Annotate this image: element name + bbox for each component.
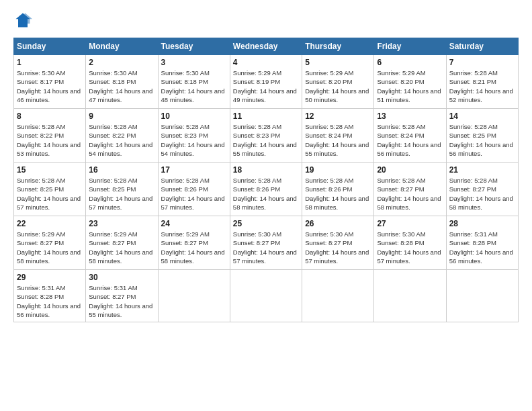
day-number: 5 — [305, 58, 371, 67]
weekday-thursday: Thursday — [302, 38, 374, 55]
day-number: 25 — [233, 219, 299, 228]
day-number: 29 — [17, 273, 83, 282]
calendar-cell: 23Sunrise: 5:29 AMSunset: 8:27 PMDayligh… — [86, 216, 158, 270]
calendar-body: 1Sunrise: 5:30 AMSunset: 8:17 PMDaylight… — [14, 55, 519, 322]
day-number: 24 — [161, 219, 227, 228]
day-info: Sunrise: 5:29 AMSunset: 8:20 PMDaylight:… — [377, 68, 443, 104]
day-number: 28 — [449, 219, 515, 228]
day-info: Sunrise: 5:31 AMSunset: 8:28 PMDaylight:… — [449, 230, 515, 265]
calendar-cell — [302, 270, 374, 322]
day-info: Sunrise: 5:30 AMSunset: 8:18 PMDaylight:… — [161, 68, 227, 104]
page: SundayMondayTuesdayWednesdayThursdayFrid… — [0, 0, 532, 411]
day-info: Sunrise: 5:28 AMSunset: 8:25 PMDaylight:… — [89, 176, 154, 212]
calendar-cell: 7Sunrise: 5:28 AMSunset: 8:21 PMDaylight… — [446, 55, 518, 109]
day-info: Sunrise: 5:28 AMSunset: 8:25 PMDaylight:… — [17, 176, 83, 212]
calendar-cell: 21Sunrise: 5:28 AMSunset: 8:27 PMDayligh… — [446, 163, 518, 216]
calendar-cell: 30Sunrise: 5:31 AMSunset: 8:27 PMDayligh… — [86, 270, 158, 322]
day-info: Sunrise: 5:28 AMSunset: 8:22 PMDaylight:… — [17, 122, 83, 158]
day-info: Sunrise: 5:29 AMSunset: 8:19 PMDaylight:… — [233, 68, 299, 104]
calendar-cell: 18Sunrise: 5:28 AMSunset: 8:26 PMDayligh… — [230, 163, 302, 216]
weekday-sunday: Sunday — [14, 38, 86, 55]
day-number: 22 — [17, 219, 83, 228]
calendar-cell: 16Sunrise: 5:28 AMSunset: 8:25 PMDayligh… — [86, 163, 158, 216]
day-info: Sunrise: 5:31 AMSunset: 8:27 PMDaylight:… — [89, 283, 154, 319]
calendar-cell: 9Sunrise: 5:28 AMSunset: 8:22 PMDaylight… — [86, 109, 158, 163]
day-info: Sunrise: 5:30 AMSunset: 8:27 PMDaylight:… — [233, 230, 299, 265]
day-number: 12 — [305, 111, 371, 121]
calendar-cell: 3Sunrise: 5:30 AMSunset: 8:18 PMDaylight… — [158, 55, 230, 109]
day-info: Sunrise: 5:30 AMSunset: 8:28 PMDaylight:… — [377, 230, 443, 265]
day-number: 15 — [17, 165, 83, 175]
logo-icon — [13, 11, 32, 30]
weekday-saturday: Saturday — [446, 38, 518, 55]
day-number: 10 — [161, 111, 227, 121]
day-number: 7 — [449, 58, 515, 67]
calendar-cell: 4Sunrise: 5:29 AMSunset: 8:19 PMDaylight… — [230, 55, 302, 109]
calendar-cell: 2Sunrise: 5:30 AMSunset: 8:18 PMDaylight… — [86, 55, 158, 109]
day-number: 2 — [89, 58, 154, 67]
calendar-cell: 17Sunrise: 5:28 AMSunset: 8:26 PMDayligh… — [158, 163, 230, 216]
calendar-cell: 10Sunrise: 5:28 AMSunset: 8:23 PMDayligh… — [158, 109, 230, 163]
weekday-header-row: SundayMondayTuesdayWednesdayThursdayFrid… — [14, 38, 519, 55]
day-info: Sunrise: 5:28 AMSunset: 8:27 PMDaylight:… — [377, 176, 443, 212]
day-info: Sunrise: 5:28 AMSunset: 8:22 PMDaylight:… — [89, 122, 154, 158]
day-info: Sunrise: 5:30 AMSunset: 8:17 PMDaylight:… — [17, 68, 83, 104]
calendar-table: SundayMondayTuesdayWednesdayThursdayFrid… — [13, 38, 519, 322]
day-number: 9 — [89, 111, 154, 121]
day-info: Sunrise: 5:29 AMSunset: 8:27 PMDaylight:… — [89, 230, 154, 265]
day-info: Sunrise: 5:28 AMSunset: 8:21 PMDaylight:… — [449, 68, 515, 104]
day-info: Sunrise: 5:28 AMSunset: 8:23 PMDaylight:… — [161, 122, 227, 158]
calendar-cell: 13Sunrise: 5:28 AMSunset: 8:24 PMDayligh… — [374, 109, 446, 163]
day-number: 11 — [233, 111, 299, 121]
day-info: Sunrise: 5:31 AMSunset: 8:28 PMDaylight:… — [17, 283, 83, 319]
calendar-cell: 28Sunrise: 5:31 AMSunset: 8:28 PMDayligh… — [446, 216, 518, 270]
day-number: 8 — [17, 111, 83, 121]
calendar-cell: 1Sunrise: 5:30 AMSunset: 8:17 PMDaylight… — [14, 55, 86, 109]
day-number: 26 — [305, 219, 371, 228]
day-number: 6 — [377, 58, 443, 67]
day-number: 18 — [233, 165, 299, 175]
day-info: Sunrise: 5:30 AMSunset: 8:18 PMDaylight:… — [89, 68, 154, 104]
week-row-3: 15Sunrise: 5:28 AMSunset: 8:25 PMDayligh… — [14, 163, 519, 216]
day-info: Sunrise: 5:28 AMSunset: 8:27 PMDaylight:… — [449, 176, 515, 212]
calendar-cell: 26Sunrise: 5:30 AMSunset: 8:27 PMDayligh… — [302, 216, 374, 270]
week-row-4: 22Sunrise: 5:29 AMSunset: 8:27 PMDayligh… — [14, 216, 519, 270]
day-info: Sunrise: 5:29 AMSunset: 8:20 PMDaylight:… — [305, 68, 371, 104]
day-number: 23 — [89, 219, 154, 228]
day-number: 13 — [377, 111, 443, 121]
calendar-cell: 8Sunrise: 5:28 AMSunset: 8:22 PMDaylight… — [14, 109, 86, 163]
calendar-cell — [446, 270, 518, 322]
calendar-cell: 24Sunrise: 5:29 AMSunset: 8:27 PMDayligh… — [158, 216, 230, 270]
weekday-tuesday: Tuesday — [158, 38, 230, 55]
day-info: Sunrise: 5:28 AMSunset: 8:25 PMDaylight:… — [449, 122, 515, 158]
day-info: Sunrise: 5:28 AMSunset: 8:26 PMDaylight:… — [233, 176, 299, 212]
day-number: 3 — [161, 58, 227, 67]
day-number: 4 — [233, 58, 299, 67]
day-info: Sunrise: 5:29 AMSunset: 8:27 PMDaylight:… — [161, 230, 227, 265]
calendar-cell: 19Sunrise: 5:28 AMSunset: 8:26 PMDayligh… — [302, 163, 374, 216]
calendar-cell: 27Sunrise: 5:30 AMSunset: 8:28 PMDayligh… — [374, 216, 446, 270]
header — [13, 11, 519, 30]
calendar-cell: 15Sunrise: 5:28 AMSunset: 8:25 PMDayligh… — [14, 163, 86, 216]
calendar-cell: 6Sunrise: 5:29 AMSunset: 8:20 PMDaylight… — [374, 55, 446, 109]
day-number: 16 — [89, 165, 154, 175]
day-number: 20 — [377, 165, 443, 175]
day-info: Sunrise: 5:28 AMSunset: 8:26 PMDaylight:… — [161, 176, 227, 212]
calendar-cell: 14Sunrise: 5:28 AMSunset: 8:25 PMDayligh… — [446, 109, 518, 163]
day-info: Sunrise: 5:28 AMSunset: 8:24 PMDaylight:… — [305, 122, 371, 158]
weekday-friday: Friday — [374, 38, 446, 55]
calendar-cell: 29Sunrise: 5:31 AMSunset: 8:28 PMDayligh… — [14, 270, 86, 322]
calendar-cell: 12Sunrise: 5:28 AMSunset: 8:24 PMDayligh… — [302, 109, 374, 163]
day-number: 30 — [89, 273, 154, 282]
day-info: Sunrise: 5:28 AMSunset: 8:24 PMDaylight:… — [377, 122, 443, 158]
day-info: Sunrise: 5:28 AMSunset: 8:23 PMDaylight:… — [233, 122, 299, 158]
calendar-cell: 25Sunrise: 5:30 AMSunset: 8:27 PMDayligh… — [230, 216, 302, 270]
weekday-wednesday: Wednesday — [230, 38, 302, 55]
logo — [13, 11, 35, 30]
day-number: 19 — [305, 165, 371, 175]
calendar-cell — [230, 270, 302, 322]
calendar-cell: 20Sunrise: 5:28 AMSunset: 8:27 PMDayligh… — [374, 163, 446, 216]
calendar-cell — [374, 270, 446, 322]
day-number: 1 — [17, 58, 83, 67]
calendar-cell: 11Sunrise: 5:28 AMSunset: 8:23 PMDayligh… — [230, 109, 302, 163]
